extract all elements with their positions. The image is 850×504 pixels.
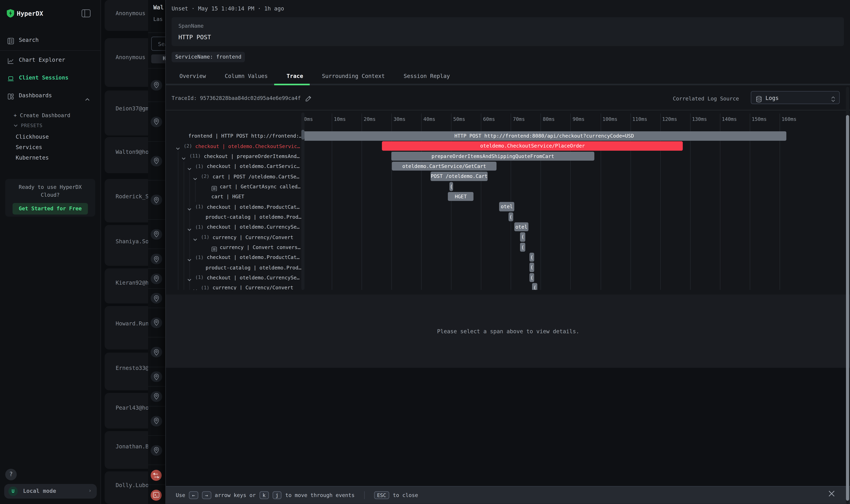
event-row[interactable]: [148, 288, 165, 307]
chevron-down-icon[interactable]: [175, 143, 181, 148]
presets-section[interactable]: PRESETS: [14, 123, 42, 128]
session-card[interactable]: Pearl43@ho: [105, 393, 148, 429]
span-tree-row[interactable]: (11)checkout | prepareOrderItemsAnd…: [171, 151, 306, 161]
session-card[interactable]: Deion37@gm: [105, 91, 148, 136]
session-card[interactable]: Anonymous: [105, 0, 148, 31]
event-row[interactable]: [148, 386, 165, 406]
span-bar[interactable]: otel: [514, 222, 528, 232]
session-card[interactable]: Dolly.Lubo: [105, 471, 148, 504]
span-bar[interactable]: (: [450, 182, 453, 191]
span-bar[interactable]: HGET: [448, 192, 473, 201]
session-card[interactable]: Howard.Run: [105, 306, 148, 349]
chevron-down-icon[interactable]: [193, 285, 198, 290]
span-tree-row[interactable]: product-catalog | oteldemo.Prod…: [171, 263, 306, 272]
preset-item-clickhouse[interactable]: Clickhouse: [16, 133, 49, 140]
event-row[interactable]: [148, 465, 165, 484]
span-bar[interactable]: (: [532, 283, 537, 290]
span-tree-row[interactable]: frontend | HTTP POST http://frontend:…: [171, 131, 306, 141]
session-card[interactable]: Ernesto33@: [105, 353, 148, 390]
span-tree-row[interactable]: cart | HGET: [171, 192, 306, 201]
span-label: cart | GetCartAsync called…: [220, 184, 301, 190]
sidebar-collapse-icon[interactable]: [82, 10, 91, 17]
preset-item-services[interactable]: Services: [16, 144, 42, 150]
chevron-down-icon[interactable]: [193, 234, 198, 240]
span-bar[interactable]: HTTP POST http://frontend:8080/api/check…: [302, 131, 786, 141]
chevron-down-icon[interactable]: [187, 164, 192, 169]
event-search-input[interactable]: Sea: [151, 37, 165, 51]
session-user-name: Dolly.Lubo: [115, 482, 148, 488]
span-tree-row[interactable]: (1)checkout | oteldemo.CurrencySe…: [171, 222, 306, 232]
event-row[interactable]: [148, 249, 165, 268]
event-row[interactable]: [148, 435, 165, 465]
span-tree-row[interactable]: (1)checkout | oteldemo.ProductCat…: [171, 202, 306, 211]
axis-tick-label: 120ms: [662, 116, 677, 122]
event-row[interactable]: [148, 101, 165, 141]
event-row[interactable]: [148, 180, 165, 219]
event-row[interactable]: [148, 219, 165, 249]
span-label: checkout | oteldemo.ProductCat…: [207, 204, 300, 210]
session-card[interactable]: Kieran92@h: [105, 268, 148, 303]
span-bar[interactable]: oteldemo.CartService/GetCart: [392, 162, 497, 171]
event-row[interactable]: [148, 484, 165, 504]
axis-tick-label: 130ms: [692, 116, 707, 122]
user-mode-button[interactable]: U Local mode ›: [4, 484, 97, 499]
session-card[interactable]: Shaniya.So: [105, 225, 148, 266]
span-tree-row[interactable]: (2)cart | POST /oteldemo.CartSe…: [171, 172, 306, 181]
event-row[interactable]: [148, 68, 165, 101]
span-tree-row[interactable]: (1)currency | Currency/Convert: [171, 232, 306, 242]
span-bar[interactable]: (: [529, 273, 534, 282]
chevron-down-icon[interactable]: [193, 174, 198, 179]
chevron-down-icon[interactable]: [187, 204, 192, 209]
chevron-down-icon[interactable]: [187, 224, 192, 230]
chevron-down-icon[interactable]: [187, 275, 192, 280]
session-card[interactable]: Jonathan.B: [105, 431, 148, 469]
event-filter-chip[interactable]: H: [151, 54, 165, 63]
event-row[interactable]: [148, 337, 165, 366]
close-icon[interactable]: [828, 490, 835, 498]
event-row[interactable]: [148, 141, 165, 180]
get-started-button[interactable]: Get Started for Free: [13, 203, 88, 215]
event-row[interactable]: [148, 366, 165, 386]
span-tree-row[interactable]: cart | GetCartAsync called…: [171, 182, 306, 191]
axis-tick-label: 90ms: [573, 116, 584, 122]
session-user-name: Walton9@ho: [115, 148, 148, 155]
span-tree-row[interactable]: currency | Convert convers…: [171, 242, 306, 252]
chevron-down-icon[interactable]: [181, 154, 186, 159]
span-tree-row[interactable]: (1)checkout | oteldemo.CartServic…: [171, 162, 306, 171]
span-tree-row[interactable]: (1)checkout | oteldemo.CurrencySe…: [171, 273, 306, 282]
sidebar-item-search[interactable]: Search: [0, 34, 101, 47]
span-bar[interactable]: (: [508, 212, 513, 221]
session-card[interactable]: Anonymous: [105, 38, 148, 87]
preset-item-kubernetes[interactable]: Kubernetes: [16, 154, 49, 161]
span-bar[interactable]: (: [520, 232, 525, 242]
tree-scrollbar[interactable]: [301, 112, 304, 290]
span-tree-row[interactable]: (2)checkout | oteldemo.CheckoutServic…: [171, 141, 306, 151]
session-detail-subtitle: Las: [153, 16, 163, 22]
help-button[interactable]: ?: [5, 469, 17, 480]
span-tree-row[interactable]: (1)checkout | oteldemo.ProductCat…: [171, 253, 306, 262]
panel-scrollbar[interactable]: [846, 87, 849, 504]
span-bar[interactable]: POST /oteldemo.Cart: [430, 172, 488, 181]
span-tree-row[interactable]: (1)currency | Currency/Convert: [171, 283, 306, 290]
span-bar[interactable]: (: [520, 242, 525, 252]
sidebar-item-client-sessions[interactable]: Client Sessions: [0, 72, 101, 84]
session-card[interactable]: Roderick_S: [105, 179, 148, 222]
panel-scrollbar-thumb[interactable]: [846, 115, 849, 501]
span-tree-row[interactable]: product-catalog | oteldemo.Prod…: [171, 212, 306, 221]
span-bar[interactable]: (: [529, 253, 534, 262]
sidebar-item-chart-explorer[interactable]: Chart Explorer: [0, 54, 101, 67]
span-bar[interactable]: otel: [499, 202, 514, 211]
span-bar[interactable]: oteldemo.CheckoutService/PlaceOrder: [382, 141, 683, 151]
span-bar[interactable]: (: [529, 263, 534, 272]
tree-scrollbar-thumb[interactable]: [301, 130, 304, 140]
chevron-down-icon[interactable]: [187, 255, 192, 260]
event-row[interactable]: [148, 268, 165, 288]
terminal-icon: [151, 489, 162, 501]
session-card[interactable]: Walton9@ho: [105, 137, 148, 173]
span-bar[interactable]: prepareOrderItemsAndShippingQuoteFromCar…: [391, 151, 594, 161]
axis-tick-label: 10ms: [334, 116, 346, 122]
event-row[interactable]: [148, 406, 165, 435]
sidebar-item-dashboards[interactable]: Dashboards: [0, 89, 101, 102]
event-row[interactable]: [148, 307, 165, 337]
create-dashboard-button[interactable]: + Create Dashboard: [14, 112, 70, 118]
